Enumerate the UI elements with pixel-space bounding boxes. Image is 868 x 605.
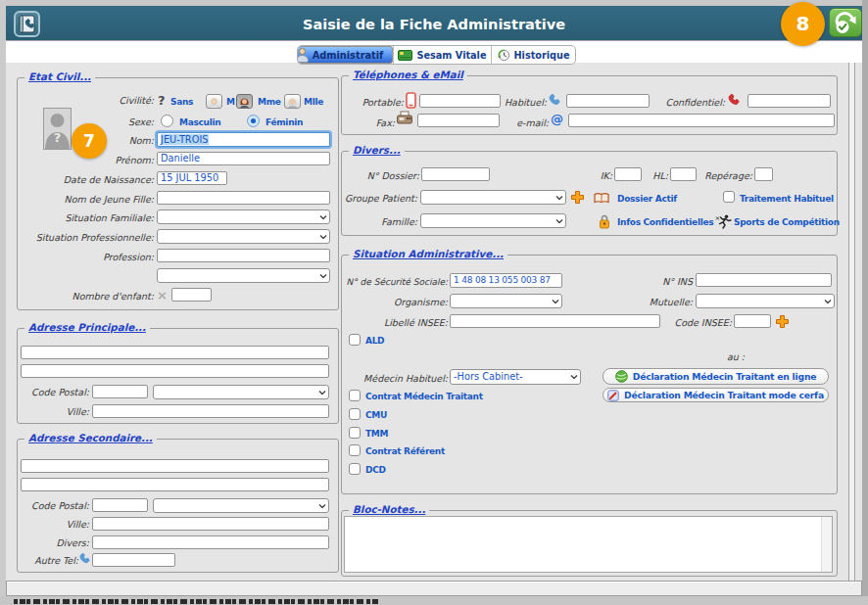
feminin-radio[interactable] <box>247 115 260 127</box>
plus-icon-insee[interactable] <box>775 314 790 329</box>
civilite-mlle-button[interactable] <box>284 94 301 109</box>
groupe-patient-select[interactable] <box>420 190 566 205</box>
globe-icon <box>615 370 628 383</box>
medecin-habituel-select[interactable]: -Hors Cabinet- <box>450 369 581 385</box>
declaration-cerfa-button[interactable]: Déclaration Médecin Traitant mode cerfa <box>603 388 829 402</box>
cmu-checkbox[interactable] <box>349 408 361 420</box>
date-naissance-label: Date de Naissance: <box>10 174 154 186</box>
contrat-medecin-traitant-checkbox[interactable] <box>349 390 361 401</box>
contrat-referent-label[interactable]: Contrat Référent <box>365 445 445 458</box>
tab-sesam-vitale[interactable]: Sesam Vitale <box>393 46 491 64</box>
civilite-mme-label[interactable]: Mme <box>258 96 281 109</box>
famille-select[interactable] <box>420 213 566 228</box>
civilite-mme-button[interactable] <box>236 94 253 109</box>
bloc-notes-textarea[interactable] <box>344 516 833 573</box>
situation-familiale-label: Situation Familiale: <box>10 212 154 224</box>
as-adresse1-input[interactable] <box>21 459 329 473</box>
ap-ville-input[interactable] <box>92 404 329 418</box>
traitement-habituel-checkbox[interactable] <box>723 191 735 203</box>
masculin-label[interactable]: Masculin <box>179 116 220 129</box>
declaration-en-ligne-button[interactable]: Déclaration Médecin Traitant en ligne <box>603 368 829 385</box>
nom-input[interactable]: JEU-TROIS <box>157 132 330 147</box>
as-code-postal-input[interactable] <box>92 498 148 512</box>
profession-input[interactable] <box>157 249 330 262</box>
ap-code-postal-input[interactable] <box>92 385 148 398</box>
open-book-icon <box>594 192 609 205</box>
code-insee-input[interactable] <box>734 314 771 328</box>
tab-group: Administratif Sesam Vitale Historique <box>297 45 576 65</box>
question-icon[interactable]: ? <box>158 94 166 108</box>
hl-input[interactable] <box>670 167 697 181</box>
dcd-checkbox[interactable] <box>349 463 361 475</box>
as-divers-input[interactable] <box>92 535 329 549</box>
chevron-down-icon <box>555 195 563 200</box>
step-badge-7: 7 <box>72 123 107 159</box>
cmu-label[interactable]: CMU <box>365 409 387 422</box>
prenom-input[interactable]: Danielle <box>157 152 330 165</box>
ald-checkbox[interactable] <box>349 334 361 346</box>
autre-tel-input[interactable] <box>92 553 175 567</box>
bloc-notes-scrollbar[interactable] <box>821 517 832 572</box>
tmm-label[interactable]: TMM <box>365 428 388 441</box>
ik-input[interactable] <box>614 167 642 181</box>
date-naissance-input[interactable]: 15 JUL 1950 <box>157 171 227 185</box>
libelle-insee-input[interactable] <box>450 314 660 328</box>
situation-professionnelle-select[interactable] <box>157 229 330 244</box>
dossier-actif-label[interactable]: Dossier Actif <box>617 193 677 206</box>
dcd-label[interactable]: DCD <box>365 464 386 477</box>
clipped-background-text <box>14 599 378 604</box>
nom-jeune-fille-input[interactable] <box>157 191 330 205</box>
ap-adresse2-input[interactable] <box>21 364 329 378</box>
situation-familiale-select[interactable] <box>157 209 330 224</box>
autre-tel-label: Autre Tel: <box>11 555 78 567</box>
nom-value-selected: JEU-TROIS <box>161 134 209 145</box>
chevron-down-icon <box>319 234 327 239</box>
n-dossier-input[interactable] <box>421 167 490 181</box>
profession-select[interactable] <box>157 268 330 283</box>
girl-avatar-icon <box>285 97 300 109</box>
civilite-mlle-label[interactable]: Mlle <box>304 96 323 109</box>
ins-input[interactable] <box>696 273 832 287</box>
plus-icon-groupe[interactable] <box>570 190 585 205</box>
email-input[interactable] <box>568 114 835 127</box>
tab-administratif-label: Administratif <box>313 50 384 61</box>
organisme-select[interactable] <box>450 294 562 308</box>
contrat-referent-checkbox[interactable] <box>349 444 361 456</box>
mutuelle-select[interactable] <box>696 294 835 308</box>
nss-input[interactable]: 1 48 08 13 055 003 87 <box>450 273 562 288</box>
email-label: e-mail: <box>480 117 549 129</box>
contrat-medecin-traitant-label[interactable]: Contrat Médecin Traitant <box>365 391 483 403</box>
ap-code-postal-label: Code Postal: <box>11 387 89 398</box>
validate-button[interactable] <box>829 8 862 37</box>
civilite-sans-label[interactable]: Sans <box>170 96 193 109</box>
bloc-notes-title: Bloc-Notes... <box>349 503 429 516</box>
as-ville-select[interactable] <box>153 498 329 513</box>
as-ville-input[interactable] <box>92 517 329 531</box>
telephones-title: Téléphones & eMail <box>349 69 467 81</box>
reperage-input[interactable] <box>754 167 773 181</box>
tab-administratif[interactable]: Administratif <box>298 46 393 64</box>
tab-historique[interactable]: Historique <box>491 46 575 64</box>
ap-adresse1-input[interactable] <box>21 346 329 359</box>
nombre-enfant-label: Nombre d'enfant: <box>10 291 154 302</box>
tmm-checkbox[interactable] <box>349 427 361 439</box>
traitement-habituel-label[interactable]: Traitement Habituel <box>740 193 834 206</box>
situation-administrative-title: Situation Administrative... <box>349 248 507 260</box>
as-code-postal-label: Code Postal: <box>11 500 89 512</box>
ap-ville-select[interactable] <box>153 385 329 399</box>
ins-label: N° INS <box>624 276 693 288</box>
civilite-m-button[interactable] <box>206 94 222 109</box>
nombre-enfant-input[interactable] <box>171 288 212 302</box>
ald-label[interactable]: ALD <box>365 335 384 348</box>
window-title: Saisie de la Fiche Administrative <box>6 18 862 32</box>
civilite-m-label[interactable]: M <box>226 96 235 109</box>
infos-confidentielles-label[interactable]: Infos Confidentielles <box>617 216 713 229</box>
sports-competition-label[interactable]: Sports de Compétition <box>734 216 840 229</box>
feminin-label[interactable]: Féminin <box>265 116 303 129</box>
as-ville-label: Ville: <box>11 519 89 531</box>
confidentiel-input[interactable] <box>747 94 831 108</box>
masculin-radio[interactable] <box>161 115 173 127</box>
libelle-insee-label: Libellé INSEE: <box>369 317 448 329</box>
tab-historique-label: Historique <box>514 50 570 61</box>
as-adresse2-input[interactable] <box>21 478 329 491</box>
